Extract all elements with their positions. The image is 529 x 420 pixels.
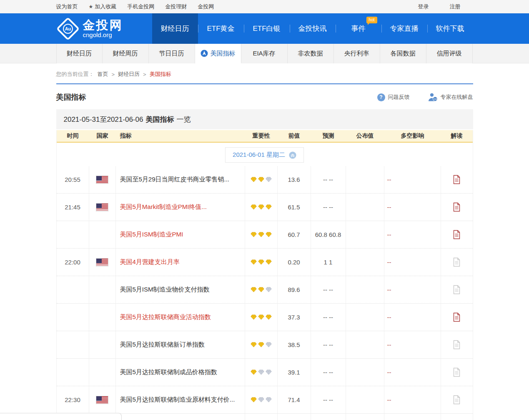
main-nav-item[interactable]: 金投快讯	[290, 13, 336, 44]
main-nav-item[interactable]: ETF白银	[244, 13, 290, 44]
site-logo[interactable]: Au 金投网 cngold.org	[56, 13, 123, 44]
doc-icon	[453, 285, 461, 294]
indicator-name[interactable]: 美国4月营建支出月率	[116, 249, 245, 276]
breadcrumb-calendar-link[interactable]: 财经日历	[118, 70, 140, 78]
sub-nav-bar: 财经日历财经周历节日日历美国指标EIA库存非农数据央行利率各国数据信用评级	[0, 44, 529, 63]
indicator-name[interactable]: 美国5月达拉斯联储商业活动指数	[116, 304, 245, 331]
interpret-doc-button	[453, 285, 461, 294]
country-cell	[89, 194, 116, 221]
main-nav-item[interactable]: 财经日历	[152, 13, 198, 44]
gem-icon	[266, 397, 272, 402]
gem-icon	[251, 314, 257, 320]
gem-icon	[251, 397, 257, 402]
gem-icon	[258, 259, 264, 265]
country-cell	[89, 359, 116, 386]
expert-live-button[interactable]: 24 专家在线解盘	[428, 93, 473, 101]
partial-cell	[441, 414, 473, 420]
sub-nav-item[interactable]: 美国指标	[195, 44, 241, 63]
breadcrumb-current[interactable]: 美国指标	[150, 70, 171, 78]
date-group-toggle[interactable]: 2021-06-01 星期二	[225, 147, 304, 163]
login-link[interactable]: 登录	[418, 3, 429, 10]
main-nav-item[interactable]: ETF黄金	[198, 13, 244, 44]
main-nav-label: 金投快讯	[298, 25, 327, 33]
logo-name: 金投网	[83, 19, 123, 31]
interpret-cell	[441, 386, 473, 413]
sub-nav-item[interactable]: 各国数据	[380, 44, 426, 63]
question-icon: ?	[377, 93, 385, 101]
published-value	[346, 221, 384, 248]
sub-nav-item[interactable]: 央行利率	[334, 44, 380, 63]
sub-nav-item[interactable]: 节日日历	[149, 44, 195, 63]
gem-icon	[251, 342, 257, 347]
importance-cell	[245, 331, 278, 358]
importance-cell	[245, 276, 278, 303]
sub-nav-label: 各国数据	[391, 50, 416, 58]
interpret-doc-button[interactable]	[453, 175, 461, 184]
main-nav-item[interactable]: 专家直播	[381, 13, 427, 44]
gem-icon	[251, 177, 257, 182]
gem-icon	[251, 259, 257, 265]
sub-nav-item[interactable]: 财经日历	[56, 44, 103, 63]
interpret-doc-button[interactable]	[453, 202, 461, 212]
doc-icon	[453, 367, 461, 377]
licai-link[interactable]: 金投理财	[165, 3, 187, 10]
main-nav-item[interactable]: 事件hot	[336, 13, 381, 44]
column-header: 多空影响	[384, 130, 441, 142]
table-row: 22:30 美国5月达拉斯联储制造业原材料支付价... 71.4 -- -- -…	[57, 386, 473, 414]
country-cell	[89, 166, 116, 193]
breadcrumb-home-link[interactable]: 首页	[98, 70, 108, 78]
partial-cell	[311, 414, 346, 420]
table-row: 美国5月ISM制造业PMI 60.7 60.8 60.8 --	[57, 221, 473, 249]
table-row: 美国5月达拉斯联储新订单指数 38.5 -- -- --	[57, 331, 473, 359]
feedback-button[interactable]: ? 问题反馈	[377, 93, 410, 101]
influence-value: --	[384, 276, 441, 303]
importance-cell	[245, 166, 278, 193]
country-cell	[89, 249, 116, 276]
previous-value: 71.4	[278, 386, 311, 413]
indicator-name: 美国5月达拉斯联储制成品价格指数	[116, 359, 245, 386]
country-cell	[89, 304, 116, 331]
favorite-link[interactable]: ★加入收藏	[89, 3, 117, 10]
doc-icon	[453, 395, 461, 405]
indicator-name[interactable]: 美国5月Markit制造业PMI终值...	[116, 194, 245, 221]
table-row: 22:00 美国4月营建支出月率 0.20 1 1 --	[57, 249, 473, 276]
interpret-doc-button[interactable]	[453, 230, 461, 239]
sub-nav-label: 信用评级	[437, 50, 462, 58]
forecast-value: 1 1	[311, 249, 346, 276]
published-value	[346, 304, 384, 331]
forecast-value: -- --	[311, 359, 346, 386]
main-nav-item[interactable]: 软件下载	[427, 13, 473, 44]
time-cell: 20:55	[57, 166, 89, 193]
previous-value: 37.3	[278, 304, 311, 331]
influence-value: --	[384, 331, 441, 358]
previous-value: 61.5	[278, 194, 311, 221]
sub-nav-item[interactable]: 非农数据	[288, 44, 334, 63]
gem-icon	[258, 204, 264, 210]
sub-nav-item[interactable]: 信用评级	[426, 44, 473, 63]
interpret-cell	[441, 276, 473, 303]
column-header: 国家	[89, 130, 116, 142]
main-site-link[interactable]: 金投网	[198, 3, 214, 10]
interpret-cell	[441, 304, 473, 331]
indicator-name: 美国5月ISM制造业物价支付指数	[116, 276, 245, 303]
gem-icon	[258, 232, 264, 237]
gem-icon	[251, 370, 257, 375]
column-header: 指标	[116, 130, 245, 142]
register-link[interactable]: 注册	[450, 3, 461, 10]
published-value	[346, 249, 384, 276]
influence-value: --	[384, 249, 441, 276]
table-row: 21:45 美国5月Markit制造业PMI终值... 61.5 -- -- -…	[57, 194, 473, 221]
column-header: 前值	[278, 130, 311, 142]
importance-cell	[245, 304, 278, 331]
main-nav-label: 软件下载	[436, 25, 464, 33]
indicator-name[interactable]: 美国5月ISM制造业PMI	[116, 221, 245, 248]
sub-nav-item[interactable]: 财经周历	[103, 44, 149, 63]
set-home-link[interactable]: 设为首页	[56, 3, 78, 10]
sub-nav-label: 财经周历	[113, 50, 138, 58]
partial-cell	[116, 414, 245, 420]
interpret-doc-button[interactable]	[453, 312, 461, 322]
country-cell	[89, 221, 116, 248]
mobile-site-link[interactable]: 手机金投网	[127, 3, 154, 10]
sub-nav-item[interactable]: EIA库存	[241, 44, 288, 63]
floating-widget[interactable]	[0, 413, 122, 420]
